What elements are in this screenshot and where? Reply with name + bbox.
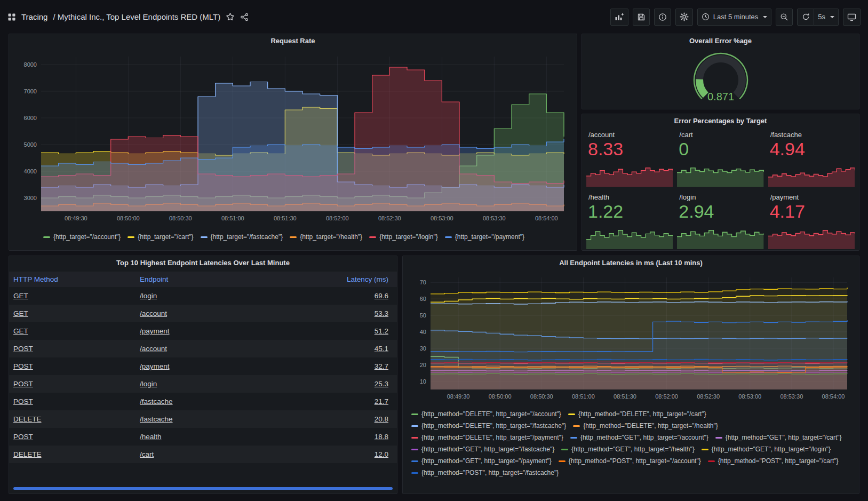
latency-legend-item[interactable]: {http_method="DELETE", http_target="/car… (568, 409, 706, 420)
latency-legend-item[interactable]: {http_method="DELETE", http_target="/fas… (411, 420, 566, 432)
endpoint-link[interactable]: /payment (140, 362, 170, 370)
stat-/payment[interactable]: /payment4.17 (768, 192, 855, 249)
stat-label: /fastcache (768, 130, 855, 139)
panel-error-percentages: Error Percentages by Target /account8.33… (582, 114, 859, 251)
request-rate-chart[interactable]: 08:49:3008:50:0008:50:3008:51:0008:51:30… (13, 49, 572, 228)
endpoint-link[interactable]: /health (140, 433, 162, 441)
panel-title-latency-table[interactable]: Top 10 Highest Endpoint Latencies Over L… (9, 256, 397, 270)
latency-link[interactable]: 45.1 (375, 345, 388, 353)
series-color-mark (411, 460, 418, 462)
y-axis-tick: 50 (420, 312, 426, 319)
breadcrumb-app[interactable]: Tracing (21, 12, 47, 21)
request-rate-legend-item[interactable]: {http_target="/cart"} (128, 232, 193, 243)
method-link[interactable]: POST (13, 380, 33, 388)
apps-grid-icon[interactable] (7, 13, 16, 21)
latency-legend-item[interactable]: {http_method="DELETE", http_target="/hea… (573, 420, 718, 432)
latency-table: HTTP MethodEndpointLatency (ms) GET/logi… (9, 272, 397, 463)
refresh-button[interactable] (797, 9, 814, 26)
endpoint-link[interactable]: /login (140, 292, 157, 300)
latency-link[interactable]: 69.6 (375, 292, 388, 300)
column-header-endpoint[interactable]: Endpoint (136, 272, 268, 287)
latency-link[interactable]: 20.8 (375, 415, 388, 423)
method-link[interactable]: POST (13, 345, 33, 353)
favorite-star-icon[interactable] (226, 12, 235, 21)
series-color-mark (411, 449, 418, 450)
refresh-interval-picker[interactable]: 5s (814, 9, 839, 26)
refresh-interval-label: 5s (818, 13, 825, 21)
dashboard-settings-button[interactable] (675, 9, 693, 26)
stat-/fastcache[interactable]: /fastcache4.94 (768, 130, 855, 187)
latency-link[interactable]: 53.3 (375, 309, 388, 317)
endpoint-link[interactable]: /fastcache (140, 397, 173, 405)
request-rate-legend-item[interactable]: {http_target="/payment"} (445, 232, 524, 243)
panel-title-latency-chart[interactable]: All Endpoint Latencies in ms (Last 10 mi… (403, 256, 859, 270)
request-rate-legend-item[interactable]: {http_target="/health"} (290, 232, 362, 243)
endpoint-link[interactable]: /account (140, 309, 167, 317)
zoom-out-button[interactable] (776, 9, 793, 26)
method-link[interactable]: POST (13, 397, 33, 405)
time-range-picker[interactable]: Last 5 minutes (697, 9, 772, 26)
method-link[interactable]: DELETE (13, 415, 42, 423)
panel-title-request-rate[interactable]: Request Rate (9, 34, 577, 48)
save-dashboard-button[interactable] (633, 9, 650, 26)
table-horizontal-scrollbar[interactable] (13, 487, 393, 490)
panel-latency-table: Top 10 Highest Endpoint Latencies Over L… (9, 256, 397, 494)
stat-/login[interactable]: /login2.94 (677, 192, 763, 249)
latency-legend-item[interactable]: {http_method="DELETE", http_target="/pay… (411, 432, 563, 443)
latency-legend-item[interactable]: {http_method="DELETE", http_target="/acc… (411, 409, 561, 420)
latency-chart[interactable]: 08:49:3008:50:0008:50:3008:51:0008:51:30… (406, 271, 856, 405)
endpoint-link[interactable]: /payment (140, 327, 170, 335)
dashboard-insights-button[interactable] (654, 9, 671, 26)
x-axis-tick: 08:53:00 (431, 215, 453, 221)
share-icon[interactable] (240, 13, 249, 21)
latency-legend-item[interactable]: {http_method="GET", http_target="/cart"} (715, 432, 842, 443)
series-color-mark (568, 413, 575, 415)
latency-legend-item[interactable]: {http_method="GET", http_target="/accoun… (570, 432, 708, 443)
latency-link[interactable]: 21.7 (375, 397, 388, 405)
latency-legend-item[interactable]: {http_method="POST", http_target="/cart"… (708, 456, 839, 467)
panel-title-overall-error[interactable]: Overall Error %age (582, 34, 859, 48)
latency-legend-item[interactable]: {http_method="POST", http_target="/accou… (559, 456, 701, 467)
breadcrumb-dashboard-title[interactable]: / Mythical Inc., Top Level Endpoints RED… (53, 12, 220, 21)
endpoint-link[interactable]: /cart (140, 450, 154, 458)
series-label: {http_target="/health"} (300, 232, 362, 243)
table-cell: 51.2 (268, 322, 397, 340)
endpoint-link[interactable]: /account (140, 345, 167, 353)
endpoint-link[interactable]: /fastcache (140, 415, 173, 423)
y-axis-tick: 20 (420, 362, 426, 368)
panel-latency-chart: All Endpoint Latencies in ms (Last 10 mi… (402, 256, 859, 494)
method-link[interactable]: POST (13, 362, 33, 370)
table-row: POST/login25.3 (9, 375, 397, 393)
stat-value: 0 (677, 139, 763, 160)
latency-link[interactable]: 18.8 (375, 433, 388, 441)
panel-title-error-percentages[interactable]: Error Percentages by Target (582, 114, 859, 128)
stat-/health[interactable]: /health1.22 (586, 192, 673, 249)
caret-down-icon (830, 16, 834, 18)
latency-link[interactable]: 32.7 (375, 362, 388, 370)
latency-link[interactable]: 25.3 (375, 380, 388, 388)
series-label: {http_target="/account"} (53, 232, 121, 243)
series-color-mark (570, 437, 577, 439)
request-rate-legend-item[interactable]: {http_target="/fastcache"} (201, 232, 283, 243)
add-panel-button[interactable] (610, 9, 628, 26)
method-link[interactable]: POST (13, 433, 33, 441)
method-link[interactable]: GET (13, 292, 28, 300)
latency-legend-item[interactable]: {http_method="GET", http_target="/login"… (702, 444, 831, 455)
method-link[interactable]: DELETE (13, 450, 42, 458)
stat-/account[interactable]: /account8.33 (586, 130, 673, 187)
latency-link[interactable]: 51.2 (375, 327, 388, 335)
request-rate-legend-item[interactable]: {http_target="/login"} (369, 232, 438, 243)
column-header-http-method[interactable]: HTTP Method (9, 272, 136, 287)
latency-legend-item[interactable]: {http_method="POST", http_target="/fastc… (411, 467, 559, 479)
cycle-view-button[interactable] (843, 9, 861, 26)
endpoint-link[interactable]: /login (140, 380, 157, 388)
latency-legend-item[interactable]: {http_method="GET", http_target="/fastca… (411, 444, 554, 455)
stat-/cart[interactable]: /cart0 (677, 130, 763, 187)
latency-link[interactable]: 12.0 (375, 450, 388, 458)
latency-legend-item[interactable]: {http_method="GET", http_target="/health… (561, 444, 695, 455)
method-link[interactable]: GET (13, 309, 28, 317)
method-link[interactable]: GET (13, 327, 28, 335)
column-header-latency-ms-[interactable]: Latency (ms) (268, 272, 397, 287)
request-rate-legend-item[interactable]: {http_target="/account"} (43, 232, 121, 243)
latency-legend-item[interactable]: {http_method="GET", http_target="/paymen… (411, 456, 552, 467)
